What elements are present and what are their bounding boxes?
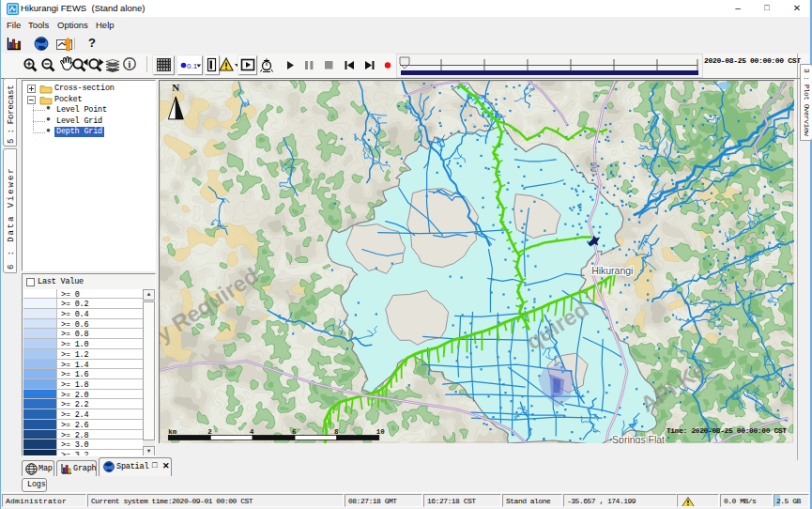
svg-text:Springs Flat: Springs Flat: [612, 435, 665, 443]
svg-text:0.1: 0.1: [187, 62, 198, 70]
svg-text:N: N: [172, 82, 179, 93]
svg-text:2: 2: [207, 428, 212, 436]
svg-text:10: 10: [376, 428, 385, 436]
svg-text:Time: 2020-08-25 00:00:00 CST: Time: 2020-08-25 00:00:00 CST: [666, 426, 787, 435]
svg-text:km: km: [168, 428, 176, 436]
svg-text:6: 6: [292, 428, 297, 436]
svg-text:i: i: [129, 59, 131, 69]
svg-text:8: 8: [334, 428, 339, 436]
svg-text:4: 4: [250, 428, 254, 436]
svg-text:Hikurangi: Hikurangi: [591, 266, 633, 276]
